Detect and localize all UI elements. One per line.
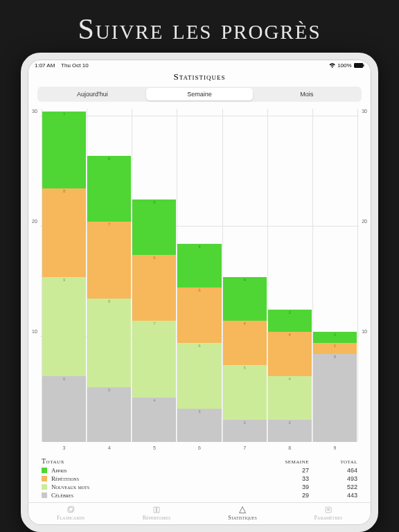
status-bar: 1:07 AM Thu Oct 10 100% bbox=[28, 60, 371, 70]
bar-segment: 5 bbox=[132, 200, 176, 254]
bar-group: 7896367854567454563644527244281189 bbox=[42, 112, 357, 442]
tab-parametres[interactable]: Paramètres bbox=[285, 506, 371, 521]
bar-segment: 2 bbox=[268, 310, 312, 332]
x-tick: 7 bbox=[222, 445, 267, 450]
status-left: 1:07 AM Thu Oct 10 bbox=[35, 62, 89, 69]
bar-segment: 4 bbox=[177, 244, 221, 288]
week-value: 39 bbox=[260, 484, 309, 490]
bar-column: 44527 bbox=[222, 112, 267, 442]
x-tick: 3 bbox=[42, 445, 87, 450]
svg-rect-1 bbox=[363, 64, 364, 66]
legend-label: Nouveaux mots bbox=[51, 484, 260, 490]
x-tick: 5 bbox=[132, 445, 177, 450]
bar-segment: 7 bbox=[132, 321, 176, 398]
totals-header-label: Totaux bbox=[42, 457, 260, 465]
tab-flashcards[interactable]: Flashcards bbox=[28, 506, 114, 521]
x-tick: 4 bbox=[87, 445, 132, 450]
bar-segment: 5 bbox=[223, 365, 267, 420]
bar-segment: 7 bbox=[42, 112, 86, 188]
status-battery-pct: 100% bbox=[337, 62, 351, 69]
tab-repertoires[interactable]: Répertoires bbox=[114, 506, 200, 521]
svg-rect-6 bbox=[327, 510, 330, 511]
settings-icon bbox=[324, 506, 332, 514]
ipad-frame: 1:07 AM Thu Oct 10 100% Statistiques Auj… bbox=[21, 53, 378, 532]
bar-segment: 1 bbox=[313, 343, 357, 354]
svg-rect-5 bbox=[327, 508, 330, 509]
bar-segment: 2 bbox=[268, 420, 312, 442]
cards-icon bbox=[66, 506, 75, 514]
svg-rect-0 bbox=[354, 63, 363, 68]
bar-segment: 6 bbox=[177, 343, 221, 409]
y-tick: 30 bbox=[32, 109, 37, 114]
bar-segment: 4 bbox=[268, 332, 312, 376]
bar-column: 78963 bbox=[42, 112, 87, 442]
bar-segment: 4 bbox=[268, 376, 312, 420]
status-right: 100% bbox=[329, 62, 364, 69]
bar-column: 67854 bbox=[87, 112, 132, 442]
svg-rect-3 bbox=[69, 506, 74, 511]
totals-header-total: total bbox=[309, 457, 357, 465]
totals-row: Appris27464 bbox=[42, 466, 357, 475]
wifi-icon bbox=[329, 63, 335, 68]
tab-statistiques[interactable]: Statistiques bbox=[200, 506, 285, 521]
tab-bar: Flashcards Répertoires Statistiques Para… bbox=[28, 502, 371, 525]
x-tick: 6 bbox=[177, 445, 222, 450]
status-date: Thu Oct 10 bbox=[61, 62, 89, 69]
totals-table: Totaux semaine total Appris27464Répétiti… bbox=[28, 453, 371, 502]
stats-icon bbox=[238, 506, 247, 514]
bar-segment: 7 bbox=[87, 222, 131, 299]
y-tick: 20 bbox=[32, 219, 37, 224]
bar-segment: 4 bbox=[223, 277, 267, 321]
bar-segment: 8 bbox=[87, 299, 131, 387]
bar-segment: 1 bbox=[313, 332, 357, 343]
legend-swatch bbox=[42, 476, 47, 481]
y-tick: 20 bbox=[362, 219, 367, 224]
bar-segment: 5 bbox=[177, 287, 221, 342]
legend-swatch bbox=[42, 493, 47, 498]
bar-segment: 3 bbox=[177, 409, 221, 442]
status-time: 1:07 AM bbox=[35, 62, 55, 69]
legend-label: Répétitions bbox=[51, 475, 260, 482]
week-value: 33 bbox=[260, 475, 309, 482]
bar-segment: 4 bbox=[223, 321, 267, 365]
bar-column: 56745 bbox=[132, 112, 177, 442]
x-tick: 8 bbox=[267, 445, 312, 450]
legend-label: Appris bbox=[51, 467, 260, 474]
segment-month[interactable]: Mois bbox=[253, 88, 360, 100]
bar-segment: 2 bbox=[223, 420, 267, 442]
bar-segment: 5 bbox=[87, 387, 131, 442]
totals-row: Nouveaux mots39522 bbox=[42, 483, 357, 491]
segmented-control[interactable]: Aujourd'hui Semaine Mois bbox=[37, 87, 362, 102]
bar-column: 45636 bbox=[177, 112, 222, 442]
bar-segment: 6 bbox=[132, 255, 176, 321]
legend-swatch bbox=[42, 484, 47, 490]
week-value: 27 bbox=[260, 467, 309, 474]
y-tick: 10 bbox=[32, 329, 37, 334]
y-tick: 10 bbox=[362, 329, 367, 334]
chart: 1010202030307896367854567454563644527244… bbox=[32, 109, 367, 453]
total-value: 443 bbox=[309, 492, 357, 499]
legend-swatch bbox=[42, 468, 47, 473]
x-tick: 9 bbox=[312, 445, 357, 450]
bar-segment: 4 bbox=[132, 398, 176, 442]
totals-row: Répétitions33493 bbox=[42, 475, 357, 483]
bar-column: 1189 bbox=[312, 112, 357, 442]
svg-rect-2 bbox=[68, 508, 73, 513]
week-value: 29 bbox=[260, 492, 309, 499]
legend-label: Célèbres bbox=[51, 492, 260, 499]
bar-segment: 8 bbox=[42, 188, 86, 276]
bar-segment: 8 bbox=[313, 354, 357, 442]
battery-icon bbox=[354, 63, 364, 68]
segment-today[interactable]: Aujourd'hui bbox=[39, 88, 146, 100]
book-icon bbox=[152, 506, 161, 514]
total-value: 493 bbox=[309, 475, 357, 482]
segment-week[interactable]: Semaine bbox=[146, 88, 254, 100]
totals-header-week: semaine bbox=[260, 457, 309, 465]
bar-column: 24428 bbox=[267, 112, 312, 442]
hero-title: Suivre les progrès bbox=[0, 0, 399, 53]
totals-row: Célèbres29443 bbox=[42, 491, 357, 499]
total-value: 522 bbox=[309, 484, 357, 490]
total-value: 464 bbox=[309, 467, 357, 474]
bar-segment: 6 bbox=[87, 156, 131, 222]
page-title: Statistiques bbox=[28, 70, 371, 85]
